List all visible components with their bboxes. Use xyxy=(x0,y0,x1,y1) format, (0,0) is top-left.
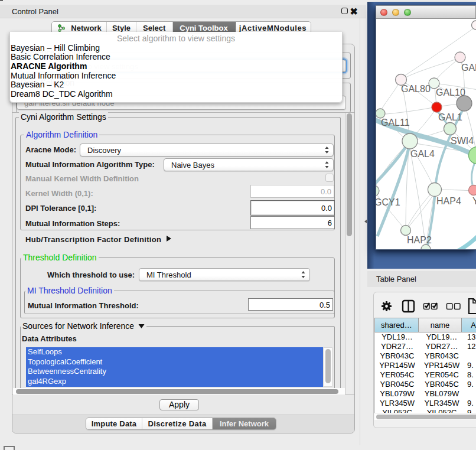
svg-text:GAL1: GAL1 xyxy=(438,112,462,122)
svg-text:GAL80: GAL80 xyxy=(401,84,431,94)
svg-text:GCY1: GCY1 xyxy=(376,197,400,207)
svg-text:GAL10: GAL10 xyxy=(436,87,465,97)
svg-text:Y: Y xyxy=(472,196,476,206)
svg-text:SWI4: SWI4 xyxy=(451,136,474,146)
svg-text:GAL2: GAL2 xyxy=(461,63,476,73)
svg-text:GAL11: GAL11 xyxy=(381,118,410,128)
svg-text:GAL4: GAL4 xyxy=(410,149,435,159)
svg-text:HAP4: HAP4 xyxy=(436,196,461,206)
svg-text:HAP2: HAP2 xyxy=(407,235,432,245)
